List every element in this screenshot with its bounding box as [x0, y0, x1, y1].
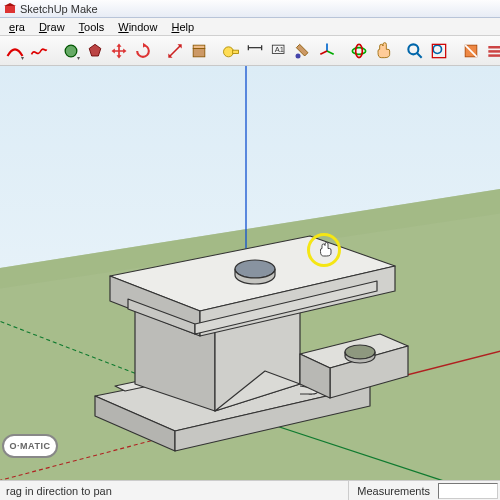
- svg-marker-1: [4, 3, 16, 6]
- svg-marker-3: [89, 44, 101, 56]
- menu-bar: eraDrawToolsWindowHelp: [0, 18, 500, 36]
- paint-tool[interactable]: [292, 39, 314, 63]
- arc-tool[interactable]: [4, 39, 26, 63]
- measurements-input[interactable]: [438, 483, 498, 499]
- status-hint: rag in direction to pan: [0, 485, 348, 497]
- pushpull-tool[interactable]: [188, 39, 210, 63]
- scale-tool[interactable]: [164, 39, 186, 63]
- svg-point-9: [224, 46, 234, 56]
- text-tool[interactable]: A1: [268, 39, 290, 63]
- dimension-tool[interactable]: [244, 39, 266, 63]
- scene: [0, 66, 500, 480]
- menu-draw[interactable]: Draw: [32, 20, 72, 34]
- measurements-label: Measurements: [348, 481, 438, 500]
- svg-point-17: [433, 45, 441, 53]
- menu-era[interactable]: era: [2, 20, 32, 34]
- menu-tools[interactable]: Tools: [72, 20, 112, 34]
- main-toolbar: A1: [0, 36, 500, 66]
- svg-rect-20: [488, 46, 500, 49]
- rotate-tool[interactable]: [132, 39, 154, 63]
- axes-tool[interactable]: [316, 39, 338, 63]
- zoom-extents-tool[interactable]: [428, 39, 450, 63]
- tape-tool[interactable]: [220, 39, 242, 63]
- zoom-tool[interactable]: [404, 39, 426, 63]
- svg-point-15: [356, 44, 363, 57]
- viewport-3d[interactable]: O·MATIC: [0, 66, 500, 480]
- svg-rect-0: [5, 6, 15, 13]
- outliner-tool[interactable]: [484, 39, 500, 63]
- status-bar: rag in direction to pan Measurements: [0, 480, 500, 500]
- watermark-badge: O·MATIC: [2, 434, 58, 458]
- svg-point-13: [296, 53, 301, 58]
- svg-text:A1: A1: [275, 44, 284, 53]
- svg-rect-22: [488, 54, 500, 57]
- svg-rect-10: [233, 50, 239, 53]
- freehand-tool[interactable]: [28, 39, 50, 63]
- app-title: SketchUp Make: [20, 3, 98, 15]
- pan-tool[interactable]: [372, 39, 394, 63]
- section-tool[interactable]: [460, 39, 482, 63]
- svg-rect-21: [488, 50, 500, 53]
- svg-rect-8: [193, 45, 205, 48]
- app-icon: [4, 3, 16, 15]
- menu-window[interactable]: Window: [111, 20, 164, 34]
- title-bar: SketchUp Make: [0, 0, 500, 18]
- polygon-tool[interactable]: [84, 39, 106, 63]
- svg-point-2: [65, 45, 77, 57]
- orbit-tool[interactable]: [348, 39, 370, 63]
- move-tool[interactable]: [108, 39, 130, 63]
- menu-help[interactable]: Help: [164, 20, 201, 34]
- svg-rect-7: [193, 48, 205, 56]
- svg-point-14: [352, 47, 365, 54]
- circle-tool[interactable]: [60, 39, 82, 63]
